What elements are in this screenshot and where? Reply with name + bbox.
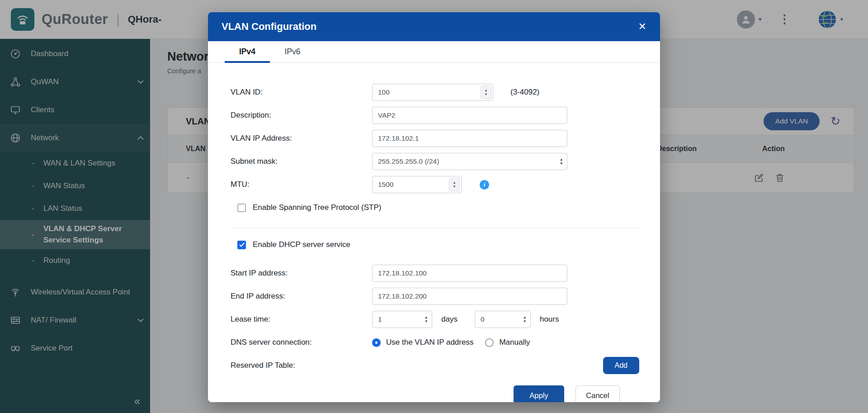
mtu-label: MTU: xyxy=(231,180,372,189)
cancel-button[interactable]: Cancel xyxy=(576,385,620,402)
mtu-value[interactable] xyxy=(373,180,449,189)
end-ip-input[interactable] xyxy=(372,288,567,305)
dialog-title: VLAN Configuration xyxy=(222,21,316,33)
end-ip-label: End IP address: xyxy=(231,292,372,301)
description-label: Description: xyxy=(231,111,372,120)
dialog-footer: Apply Cancel xyxy=(231,380,639,402)
start-ip-row: Start IP address: xyxy=(231,265,639,282)
reserved-ip-label: Reserved IP Table: xyxy=(231,361,372,370)
dns-vlan-ip-radio[interactable] xyxy=(372,338,381,347)
lease-hours-select[interactable]: 0 ▴▾ xyxy=(475,311,531,328)
start-ip-label: Start IP address: xyxy=(231,269,372,278)
stepper-icon[interactable]: ▴▾ xyxy=(481,85,491,99)
end-ip-row: End IP address: xyxy=(231,288,639,305)
subnet-mask-select[interactable]: 255.255.255.0 (/24) ▴▾ xyxy=(372,153,567,170)
stp-row: Enable Spanning Tree Protocol (STP) xyxy=(237,201,639,214)
dhcp-row: Enable DHCP server service xyxy=(237,238,639,252)
vlan-ip-input[interactable] xyxy=(372,130,567,147)
dns-row: DNS server connection: Use the VLAN IP a… xyxy=(231,334,639,351)
lease-hours-unit: hours xyxy=(540,315,559,324)
tab-ipv4[interactable]: IPv4 xyxy=(225,41,270,62)
stp-checkbox[interactable] xyxy=(237,204,246,212)
lease-time-row: Lease time: 1 ▴▾ days 0 ▴▾ hours xyxy=(231,311,639,328)
stp-label: Enable Spanning Tree Protocol (STP) xyxy=(253,203,381,212)
vlan-ip-row: VLAN IP Address: xyxy=(231,130,639,147)
vlan-id-value[interactable] xyxy=(373,88,481,96)
reserved-ip-row: Reserved IP Table: Add xyxy=(231,357,639,374)
dns-manual-radio[interactable] xyxy=(485,338,494,347)
reserved-ip-add-button[interactable]: Add xyxy=(603,357,639,374)
description-input[interactable] xyxy=(372,107,567,124)
check-icon xyxy=(239,242,245,247)
lease-days-unit: days xyxy=(441,315,458,324)
dialog-body: VLAN ID: ▴▾ (3-4092) Description: VLAN I… xyxy=(208,63,660,402)
select-arrows-icon: ▴▾ xyxy=(560,157,562,166)
info-icon[interactable]: i xyxy=(480,180,489,190)
dns-label: DNS server connection: xyxy=(231,338,372,347)
dialog-header: VLAN Configuration ✕ xyxy=(208,12,660,41)
close-icon[interactable]: ✕ xyxy=(638,22,646,32)
lease-days-select[interactable]: 1 ▴▾ xyxy=(372,311,432,328)
vlan-id-label: VLAN ID: xyxy=(231,88,372,97)
dns-vlan-ip-option-label: Use the VLAN IP address xyxy=(386,338,473,347)
dialog-tabs: IPv4 IPv6 xyxy=(208,41,660,63)
section-divider xyxy=(231,228,639,228)
select-arrows-icon: ▴▾ xyxy=(425,315,427,323)
select-arrows-icon: ▴▾ xyxy=(524,315,526,323)
start-ip-input[interactable] xyxy=(372,265,567,282)
dhcp-label: Enable DHCP server service xyxy=(253,240,350,249)
mtu-row: MTU: ▴▾ i xyxy=(231,176,639,193)
vlan-id-row: VLAN ID: ▴▾ (3-4092) xyxy=(231,84,639,101)
mtu-input[interactable]: ▴▾ xyxy=(372,176,462,193)
apply-button[interactable]: Apply xyxy=(514,385,564,402)
description-row: Description: xyxy=(231,107,639,124)
tab-ipv6[interactable]: IPv6 xyxy=(270,41,315,62)
lease-time-label: Lease time: xyxy=(231,315,372,324)
vlan-id-range-hint: (3-4092) xyxy=(510,88,539,97)
dns-manual-option-label: Manually xyxy=(499,338,530,347)
subnet-mask-label: Subnet mask: xyxy=(231,157,372,166)
subnet-mask-row: Subnet mask: 255.255.255.0 (/24) ▴▾ xyxy=(231,153,639,170)
vlan-configuration-dialog: VLAN Configuration ✕ IPv4 IPv6 VLAN ID: … xyxy=(208,12,660,402)
dhcp-checkbox[interactable] xyxy=(237,241,246,249)
stepper-icon[interactable]: ▴▾ xyxy=(449,178,460,191)
vlan-id-input[interactable]: ▴▾ xyxy=(372,84,493,101)
vlan-ip-label: VLAN IP Address: xyxy=(231,134,372,143)
